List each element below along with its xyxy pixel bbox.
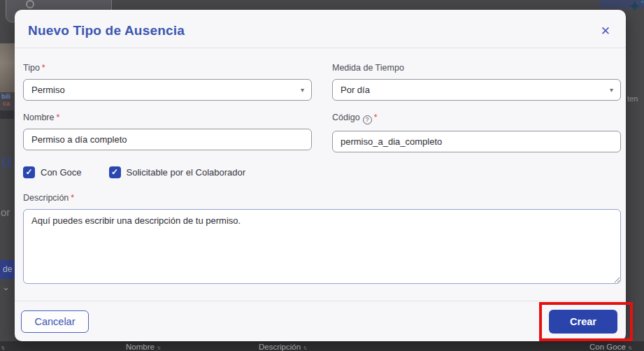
background-column-nombre: Nombre ↑↓ bbox=[126, 343, 159, 351]
background-button-fragment: de bbox=[0, 260, 15, 279]
descripcion-label: Descripción* bbox=[23, 193, 621, 203]
nombre-input[interactable] bbox=[23, 129, 312, 150]
checkbox-checked-icon: ✓ bbox=[109, 166, 121, 178]
dialog-title: Nuevo Tipo de Ausencia bbox=[28, 23, 185, 38]
screen: ✦ ✦ bili ca u or de ⌄ ten ↑↓ Nombre ↑↓ D… bbox=[0, 0, 644, 351]
nombre-label: Nombre* bbox=[23, 113, 312, 122]
dialog-body: Tipo* Permiso ▾ Medida de Tiempo Por día… bbox=[15, 48, 626, 287]
background-column-descripcion: Descripción ↑↓ bbox=[259, 343, 306, 351]
background-text-fragment: ten bbox=[627, 94, 638, 103]
background-table-header bbox=[0, 341, 644, 351]
background-bar-fragment bbox=[0, 110, 14, 119]
sort-icon: ↑↓ bbox=[157, 345, 159, 351]
close-icon[interactable]: ✕ bbox=[601, 25, 610, 37]
codigo-input[interactable] bbox=[332, 131, 621, 152]
cancel-button[interactable]: Cancelar bbox=[21, 310, 89, 333]
medida-de-tiempo-select[interactable]: Por día ▾ bbox=[332, 79, 621, 101]
checkbox-checked-icon: ✓ bbox=[23, 166, 35, 178]
create-button[interactable]: Crear bbox=[549, 310, 617, 334]
medida-selected-value: Por día bbox=[341, 85, 370, 95]
dialog-footer: Cancelar Crear bbox=[15, 301, 626, 341]
background-text-fragment: ca bbox=[3, 100, 10, 107]
solicitable-checkbox[interactable]: ✓ Solicitable por el Colaborador bbox=[109, 166, 246, 178]
sort-icon: ↑↓ bbox=[1, 343, 3, 351]
dialog-header: Nuevo Tipo de Ausencia ✕ bbox=[15, 10, 626, 48]
medida-label: Medida de Tiempo bbox=[332, 63, 621, 73]
required-asterisk: * bbox=[374, 113, 378, 122]
background-image-thumbnail bbox=[0, 43, 15, 92]
tipo-select[interactable]: Permiso ▾ bbox=[23, 79, 312, 101]
tipo-label: Tipo* bbox=[23, 63, 312, 73]
sort-icon: ↑↓ bbox=[628, 345, 631, 351]
sort-icon: ↑↓ bbox=[303, 345, 306, 351]
background-heading-fragment: u bbox=[1, 150, 13, 172]
search-icon bbox=[26, 0, 34, 8]
tipo-selected-value: Permiso bbox=[31, 85, 65, 95]
chevron-down-icon: ▾ bbox=[610, 86, 613, 94]
codigo-label: Código?* bbox=[332, 113, 621, 124]
con-goce-label: Con Goce bbox=[41, 167, 82, 178]
chevron-down-icon: ⌄ bbox=[2, 282, 10, 292]
help-icon[interactable]: ? bbox=[363, 115, 372, 124]
required-asterisk: * bbox=[56, 113, 59, 122]
chevron-down-icon: ▾ bbox=[301, 86, 304, 94]
solicitable-label: Solicitable por el Colaborador bbox=[127, 167, 246, 178]
new-absence-type-dialog: Nuevo Tipo de Ausencia ✕ Tipo* Permiso ▾… bbox=[15, 10, 626, 341]
background-text-fragment: or bbox=[1, 206, 10, 218]
required-asterisk: * bbox=[71, 193, 74, 203]
background-text-fragment: bili bbox=[1, 93, 10, 100]
required-asterisk: * bbox=[42, 63, 45, 73]
sparkle-dot-icon: ✦ bbox=[640, 0, 644, 6]
background-column-con-goce: Con Goce ↑↓ bbox=[589, 343, 631, 351]
con-goce-checkbox[interactable]: ✓ Con Goce bbox=[23, 166, 82, 178]
sparkle-icon: ✦ bbox=[629, 0, 641, 15]
descripcion-textarea[interactable]: Aquí puedes escribir una descripción de … bbox=[23, 209, 621, 284]
